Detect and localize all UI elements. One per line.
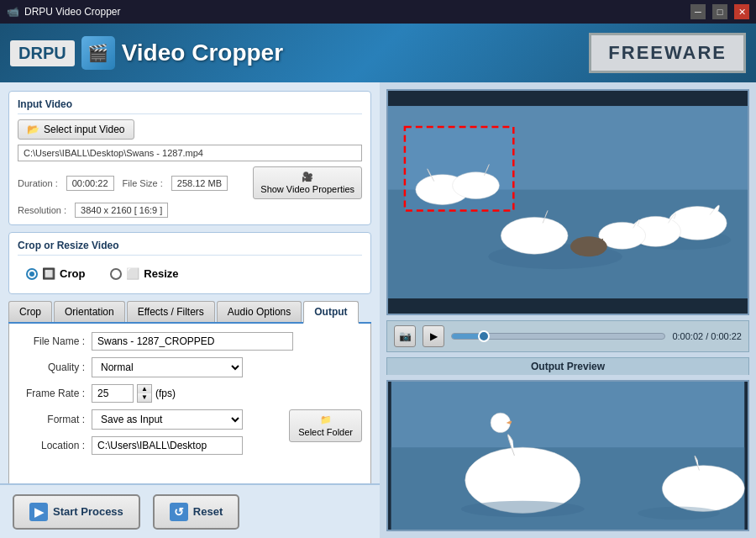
framerate-input[interactable] (92, 384, 134, 403)
folder-yellow-icon: 📁 (320, 414, 332, 425)
file-path-input[interactable] (18, 145, 362, 161)
resize-radio[interactable] (110, 268, 122, 280)
format-row: Format : Save as Input MP4 AVI MOV MKV (18, 409, 281, 430)
show-props-label: Show Video Properties (260, 184, 354, 194)
output-preview-label: Output Preview (386, 357, 749, 375)
svg-point-8 (501, 217, 568, 254)
select-video-label: Select input Video (44, 124, 125, 135)
freeware-badge: FREEWARE (589, 33, 746, 73)
play-button[interactable]: ▶ (423, 325, 444, 347)
window-title: DRPU Video Cropper (24, 6, 121, 18)
filesize-value: 258.12 MB (171, 176, 228, 191)
framerate-label: Frame Rate : (18, 388, 85, 399)
svg-point-16 (662, 466, 744, 512)
select-folder-label: Select Folder (298, 427, 353, 437)
app-header: DRPU 🎬 Video Cropper FREEWARE (0, 24, 756, 82)
tab-audio[interactable]: Audio Options (217, 301, 302, 322)
tab-effects[interactable]: Effects / Filters (127, 301, 215, 322)
quality-select[interactable]: Normal Low Medium High Very High (92, 357, 243, 377)
resize-option[interactable]: ⬜ Resize (110, 267, 178, 280)
input-video-title: Input Video (18, 98, 362, 114)
folder-icon: 📂 (27, 124, 39, 135)
drpu-logo: DRPU (10, 40, 75, 66)
output-video-preview (386, 380, 749, 531)
title-bar: 📹 DRPU Video Cropper ─ □ ✕ (0, 0, 756, 24)
format-label: Format : (18, 414, 85, 425)
start-label: Start Process (53, 505, 123, 518)
duration-label: Duration : (18, 178, 58, 188)
reset-label: Reset (193, 505, 223, 518)
input-video-preview (386, 89, 749, 315)
reset-button[interactable]: ↺ Reset (153, 494, 239, 530)
crop-radio[interactable] (26, 268, 38, 280)
crop-label: Crop (60, 267, 85, 280)
bottom-action-bar: ▶ Start Process ↺ Reset (0, 483, 380, 538)
right-panel: 📷 ▶ 0:00:02 / 0:00:22 Output Preview (380, 82, 756, 538)
camera-button[interactable]: 📷 (394, 325, 416, 347)
duration-value: 00:00:22 (66, 176, 114, 191)
input-video-section: Input Video 📂 Select input Video Duratio… (8, 91, 371, 225)
app-title: Video Cropper (122, 40, 283, 66)
location-input[interactable] (92, 436, 243, 455)
start-process-button[interactable]: ▶ Start Process (13, 494, 140, 530)
framerate-down[interactable]: ▼ (138, 393, 151, 402)
time-display: 0:00:02 / 0:00:22 (672, 331, 742, 341)
main-content: Input Video 📂 Select input Video Duratio… (0, 82, 756, 538)
filename-row: File Name : (18, 332, 362, 351)
close-button[interactable]: ✕ (734, 4, 749, 19)
properties-icon: 🎥 (302, 171, 313, 182)
filesize-label: File Size : (123, 178, 163, 188)
location-row: Location : (18, 436, 281, 455)
location-label: Location : (18, 440, 85, 451)
svg-point-11 (453, 172, 500, 199)
resolution-label: Resolution : (18, 205, 66, 215)
app-icon-small: 📹 (7, 6, 19, 18)
quality-row: Quality : Normal Low Medium High Very Hi… (18, 357, 362, 377)
tab-bar: Crop Orientation Effects / Filters Audio… (8, 301, 371, 324)
crop-resize-section: Crop or Resize Video 🔲 Crop ⬜ Resize (8, 232, 371, 294)
filename-label: File Name : (18, 335, 85, 347)
crop-icon: 🔲 (42, 267, 55, 280)
logo-section: DRPU 🎬 Video Cropper (10, 36, 283, 70)
video-controls: 📷 ▶ 0:00:02 / 0:00:22 (386, 320, 749, 352)
start-icon: ▶ (29, 503, 48, 521)
crop-option[interactable]: 🔲 Crop (26, 267, 85, 280)
tab-crop[interactable]: Crop (8, 301, 52, 322)
framerate-unit: (fps) (155, 388, 176, 399)
select-video-button[interactable]: 📂 Select input Video (18, 119, 134, 140)
resolution-value: 3840 x 2160 [ 16:9 ] (75, 203, 168, 218)
svg-point-17 (461, 501, 585, 518)
framerate-row: Frame Rate : ▲ ▼ (fps) (18, 384, 362, 403)
tab-output[interactable]: Output (303, 301, 358, 324)
resize-icon: ⬜ (126, 267, 139, 280)
progress-bar-track[interactable] (451, 333, 665, 340)
crop-resize-title: Crop or Resize Video (18, 240, 362, 256)
quality-label: Quality : (18, 361, 85, 373)
resize-label: Resize (144, 267, 178, 280)
left-panel: Input Video 📂 Select input Video Duratio… (0, 82, 380, 538)
framerate-up[interactable]: ▲ (138, 385, 151, 393)
filename-input[interactable] (92, 332, 293, 351)
maximize-button[interactable]: □ (712, 4, 727, 19)
app-icon: 🎬 (81, 36, 115, 70)
progress-thumb (478, 330, 490, 342)
select-folder-button[interactable]: 📁 Select Folder (289, 409, 362, 442)
svg-point-18 (638, 507, 720, 520)
minimize-button[interactable]: ─ (690, 4, 706, 19)
reset-icon: ↺ (170, 503, 188, 521)
tab-orientation[interactable]: Orientation (54, 301, 125, 322)
format-select[interactable]: Save as Input MP4 AVI MOV MKV (92, 409, 243, 430)
show-properties-button[interactable]: 🎥 Show Video Properties (253, 166, 362, 199)
